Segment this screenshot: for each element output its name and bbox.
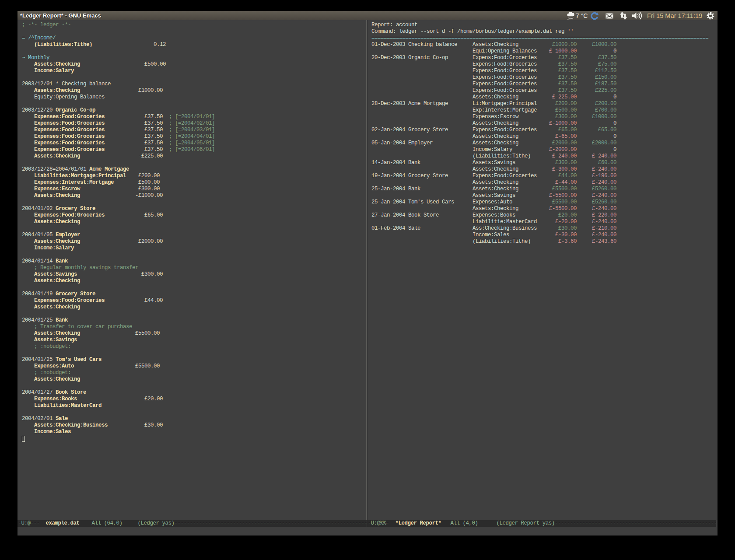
svg-text:7 °C: 7 °C	[576, 12, 588, 19]
svg-text:Fri 15 Mar 17:11:19: Fri 15 Mar 17:11:19	[647, 12, 702, 19]
